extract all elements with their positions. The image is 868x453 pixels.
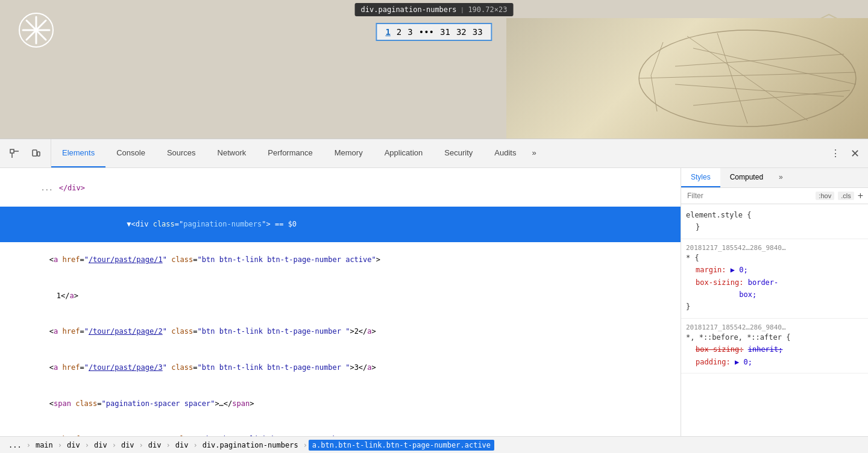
- svg-rect-20: [33, 150, 37, 156]
- page-33: 33: [473, 27, 483, 37]
- breadcrumb-bar: ... › main › div › div › div › div › div…: [0, 436, 868, 453]
- tab-security[interactable]: Security: [433, 139, 483, 167]
- html-line: <a href="/tour/past/page/2" class="btn b…: [0, 314, 681, 350]
- margin-rule: margin: ▶ 0;: [696, 264, 863, 276]
- html-panel[interactable]: ...</div> ▼<div class="pagination-number…: [0, 168, 681, 436]
- breadcrumb-ellipsis[interactable]: ...: [5, 440, 25, 451]
- wing-decoration: [506, 18, 868, 139]
- html-line: <span class="pagination-spacer spacer">……: [0, 386, 681, 422]
- filter-plus-button[interactable]: +: [858, 190, 863, 201]
- tab-network[interactable]: Network: [207, 139, 257, 167]
- styles-tab-computed[interactable]: Computed: [720, 168, 773, 187]
- devtools-content: ...</div> ▼<div class="pagination-number…: [0, 168, 868, 436]
- filter-bar: :hov .cls +: [681, 188, 868, 204]
- star-before-after-selector: *, *::before, *::after {: [686, 331, 863, 343]
- tab-elements[interactable]: Elements: [51, 139, 105, 167]
- svg-line-16: [651, 75, 657, 111]
- svg-rect-17: [10, 149, 14, 153]
- tab-memory[interactable]: Memory: [324, 139, 374, 167]
- filter-input[interactable]: [686, 191, 812, 201]
- page-1-active: 1: [385, 27, 390, 37]
- page-31: 31: [440, 27, 450, 37]
- star-selector-close: }: [686, 301, 863, 313]
- styles-section-star2: 20181217_185542…286_9840… *, *::before, …: [681, 319, 868, 373]
- svg-line-13: [693, 48, 856, 84]
- svg-line-9: [687, 36, 808, 120]
- tab-application[interactable]: Application: [374, 139, 434, 167]
- breadcrumb-div1[interactable]: div: [63, 440, 84, 451]
- breadcrumb-div5[interactable]: div: [172, 440, 192, 451]
- devtools-toolbar: Elements Console Sources Network Perform…: [0, 139, 868, 168]
- svg-line-12: [675, 84, 844, 96]
- styles-section-star: 20181217_185542…286_9840… * { margin: ▶ …: [681, 239, 868, 319]
- breadcrumb-active-link[interactable]: a.btn.btn-t-link.btn-t-page-number.activ…: [309, 440, 494, 451]
- page-area: div.pagination-numbers | 190.72×23 1 2 3…: [0, 0, 868, 139]
- star-selector: * {: [686, 252, 863, 264]
- html-line: <a href="/tour/past/page/3" class="btn b…: [0, 350, 681, 386]
- tab-audits[interactable]: Audits: [483, 139, 527, 167]
- padding-rule: padding: ▶ 0;: [696, 356, 863, 368]
- customize-devtools-button[interactable]: ⋮: [827, 145, 844, 162]
- page-3: 3: [407, 27, 412, 37]
- tab-sources[interactable]: Sources: [156, 139, 207, 167]
- devtools-tabs: Elements Console Sources Network Perform…: [51, 139, 822, 167]
- site-logo: [18, 12, 54, 48]
- html-line: 1</a>: [0, 278, 681, 314]
- element-style-selector: element.style {: [686, 211, 751, 219]
- filter-hov[interactable]: :hov: [816, 192, 834, 200]
- styles-file-1: 20181217_185542…286_9840…: [686, 244, 863, 252]
- html-line: <a href="/tour/past/page/31" class="btn …: [0, 422, 681, 436]
- page-ellipsis: •••: [419, 27, 434, 37]
- element-tooltip: div.pagination-numbers | 190.72×23: [355, 3, 514, 16]
- breadcrumb-div3[interactable]: div: [118, 440, 138, 451]
- breadcrumb-pagination-numbers[interactable]: div.pagination-numbers: [199, 440, 302, 451]
- breadcrumb-div4[interactable]: div: [145, 440, 165, 451]
- tab-console[interactable]: Console: [105, 139, 156, 167]
- page-32: 32: [456, 27, 467, 37]
- styles-tab-more[interactable]: »: [773, 168, 789, 187]
- svg-line-15: [651, 42, 663, 75]
- tooltip-selector: div.pagination-numbers: [361, 5, 457, 14]
- styles-tabs: Styles Computed »: [681, 168, 868, 188]
- tooltip-dims: 190.72×23: [468, 5, 507, 14]
- tab-more[interactable]: »: [527, 139, 541, 167]
- html-line-selected[interactable]: ▼<div class="pagination-numbers"> == $0: [0, 207, 681, 243]
- styles-file-2: 20181217_185542…286_9840…: [686, 323, 863, 331]
- page-2: 2: [397, 27, 401, 37]
- toolbar-right: ⋮ ✕: [822, 139, 868, 167]
- breadcrumb-div2[interactable]: div: [90, 440, 111, 451]
- styles-panel: Styles Computed » :hov .cls + element.st…: [681, 168, 868, 436]
- html-line: ...</div>: [0, 170, 681, 207]
- inspect-element-button[interactable]: [6, 145, 23, 162]
- pagination-preview: 1 2 3 ••• 31 32 33: [376, 23, 492, 41]
- toolbar-icons: [0, 139, 51, 167]
- styles-section-element: element.style { }: [681, 204, 868, 239]
- device-toolbar-button[interactable]: [28, 145, 45, 162]
- svg-line-11: [675, 54, 844, 66]
- devtools-panel: Elements Console Sources Network Perform…: [0, 139, 868, 453]
- close-devtools-button[interactable]: ✕: [846, 145, 863, 162]
- box-sizing-inherit-rule: box-sizing: inherit;: [696, 343, 863, 355]
- html-line: <a href="/tour/past/page/1" class="btn b…: [0, 242, 681, 278]
- svg-rect-21: [37, 152, 40, 156]
- svg-line-10: [717, 33, 747, 123]
- styles-tab-styles[interactable]: Styles: [681, 168, 720, 187]
- tab-performance[interactable]: Performance: [257, 139, 323, 167]
- box-sizing-rule: box-sizing: border- box;: [696, 276, 863, 301]
- element-style-close: }: [696, 221, 863, 233]
- svg-line-14: [693, 90, 850, 105]
- filter-cls[interactable]: .cls: [838, 192, 854, 200]
- expand-dots[interactable]: ...: [40, 183, 54, 194]
- breadcrumb-main[interactable]: main: [32, 440, 57, 451]
